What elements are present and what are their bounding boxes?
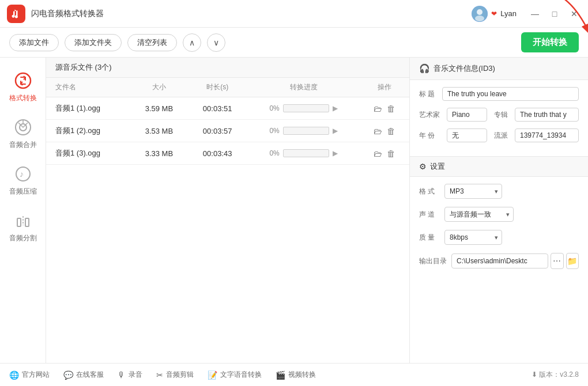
add-file-button[interactable]: 添加文件 [9,34,59,51]
quality-row: 质 量 8kbps 32kbps 64kbps 128kbps 192kbps … [419,230,579,245]
app-title: 闪电音频格式转换器 [31,9,472,19]
version-label: 版本：v3.2.8 [539,370,579,379]
bottom-tts[interactable]: 📝 文字语音转换 [208,370,262,380]
output-browse-button[interactable]: ⋯ [551,253,564,269]
move-down-button[interactable]: ∨ [207,33,225,52]
clear-list-button[interactable]: 清空列表 [127,34,177,51]
user-info: ❤ Lyan [472,6,517,22]
toolbar: 添加文件 添加文件夹 清空列表 ∧ ∨ 开始转换 [0,28,588,58]
year-label: 年 份 [419,131,442,141]
move-up-button[interactable]: ∧ [183,33,201,52]
delete-icon-1[interactable]: 🗑 [387,126,395,136]
sidebar-item-audio-compress[interactable]: ♪ 音频压缩 [0,157,46,203]
artist-input[interactable] [447,108,487,122]
sidebar-item-format-convert[interactable]: 格式转换 [0,63,46,110]
cell-duration-1: 00:03:57 [188,120,247,142]
website-icon: 🌐 [9,370,19,380]
cell-duration-2: 00:03:43 [188,142,247,165]
delete-icon-0[interactable]: 🗑 [387,104,395,113]
output-label: 输出目录 [419,256,451,266]
cell-filename-2: 音频1 (3).ogg [46,142,130,165]
save-icon-0[interactable]: 🗁 [374,104,382,113]
table-row: 音频1 (2).ogg 3.53 MB 00:03:57 0% ▶ 🗁 🗑 [46,120,409,142]
progress-play-2[interactable]: ▶ [333,149,338,157]
audio-split-icon [13,210,33,231]
channel-label: 声 道 [419,210,444,220]
bottom-record[interactable]: 🎙 录音 [118,370,142,380]
cut-label: 音频剪辑 [166,370,194,380]
col-progress: 转换进度 [247,78,360,97]
save-icon-1[interactable]: 🗁 [374,126,382,136]
table-row: 音频1 (3).ogg 3.33 MB 00:03:43 0% ▶ 🗁 🗑 [46,142,409,165]
avatar [472,6,488,22]
cell-actions-1: 🗁 🗑 [360,120,409,142]
bottom-video[interactable]: 🎬 视频转换 [276,370,316,380]
quality-select[interactable]: 8kbps 32kbps 64kbps 128kbps 192kbps 320k… [444,230,502,245]
cell-duration-0: 00:03:51 [188,97,247,120]
maximize-button[interactable]: □ [548,7,561,21]
sidebar-item-audio-split[interactable]: 音频分割 [0,203,46,250]
progress-text-1: 0% [269,127,279,135]
music-info-header: 🎧 音乐文件信息(ID3) [410,58,588,80]
music-info-title: 音乐文件信息(ID3) [434,63,495,74]
cell-progress-2: 0% ▶ [247,142,360,165]
format-label: 格 式 [419,187,444,196]
content-and-panel: 源音乐文件 (3个) 文件名 大小 时长(s) 转换进度 操作 音频1 (1).… [46,58,588,363]
bottom-bar: 🌐 官方网站 💬 在线客服 🎙 录音 ✂ 音频剪辑 📝 文字语音转换 🎬 视频转… [0,363,588,386]
cell-size-2: 3.33 MB [130,142,188,165]
col-duration: 时长(s) [188,78,247,97]
channel-row: 声 道 与源音频一致 单声道 立体声 [419,207,579,222]
bottom-cut[interactable]: ✂ 音频剪辑 [156,370,194,380]
channel-select[interactable]: 与源音频一致 单声道 立体声 [444,207,514,222]
genre-input[interactable] [515,128,579,142]
bottom-website[interactable]: 🌐 官方网站 [9,370,50,380]
minimize-button[interactable]: — [528,7,542,21]
cell-progress-0: 0% ▶ [247,97,360,120]
table-row: 音频1 (1).ogg 3.59 MB 00:03:51 0% ▶ 🗁 🗑 [46,97,409,120]
year-input[interactable] [447,128,487,142]
support-icon: 💬 [63,370,73,380]
progress-bar-0 [283,104,329,112]
add-folder-button[interactable]: 添加文件夹 [65,34,122,51]
sidebar-label-audio-merge: 音频合并 [9,140,37,150]
album-input[interactable] [515,108,579,122]
format-select-wrap: MP3 AAC FLAC WAV OGG [444,184,502,199]
cell-actions-2: 🗁 🗑 [360,142,409,165]
svg-rect-10 [17,218,21,226]
title-input[interactable] [442,87,579,101]
version-info: ⬇ 版本：v3.2.8 [532,370,579,380]
music-info-content: 标 题 艺术家 专辑 年 份 流派 [410,80,588,156]
format-row: 格 式 MP3 AAC FLAC WAV OGG [419,184,579,199]
start-convert-button[interactable]: 开始转换 [521,32,579,52]
save-icon-2[interactable]: 🗁 [374,149,382,158]
title-row: 标 题 [419,87,579,101]
progress-text-2: 0% [269,149,279,157]
settings-header: ⚙ 设置 [410,156,588,177]
headphone-icon: 🎧 [419,63,430,74]
sidebar: 格式转换 音频合并 ♪ 音频压缩 [0,58,46,363]
progress-play-0[interactable]: ▶ [333,104,338,112]
format-select[interactable]: MP3 AAC FLAC WAV OGG [444,184,502,199]
main-layout: 格式转换 音频合并 ♪ 音频压缩 [0,58,588,363]
output-folder-button[interactable]: 📁 [566,253,579,269]
file-list-header: 源音乐文件 (3个) [46,58,409,78]
output-path-input[interactable] [451,253,548,268]
settings-icon: ⚙ [419,162,427,171]
delete-icon-2[interactable]: 🗑 [387,149,395,158]
tts-label: 文字语音转换 [220,370,262,380]
bottom-support[interactable]: 💬 在线客服 [63,370,104,380]
artist-label: 艺术家 [419,110,442,120]
cut-icon: ✂ [156,370,163,380]
album-label: 专辑 [494,110,508,120]
sidebar-item-audio-merge[interactable]: 音频合并 [0,110,46,157]
download-icon: ⬇ [532,370,537,379]
channel-select-wrap: 与源音频一致 单声道 立体声 [444,207,514,222]
col-size: 大小 [130,78,188,97]
close-button[interactable]: ✕ [567,7,581,21]
cell-progress-1: 0% ▶ [247,120,360,142]
progress-bar-1 [283,127,329,135]
quality-label: 质 量 [419,233,444,243]
year-genre-row: 年 份 流派 [419,128,579,142]
progress-play-1[interactable]: ▶ [333,127,338,135]
content-wrapper: 源音乐文件 (3个) 文件名 大小 时长(s) 转换进度 操作 音频1 (1).… [46,58,588,363]
